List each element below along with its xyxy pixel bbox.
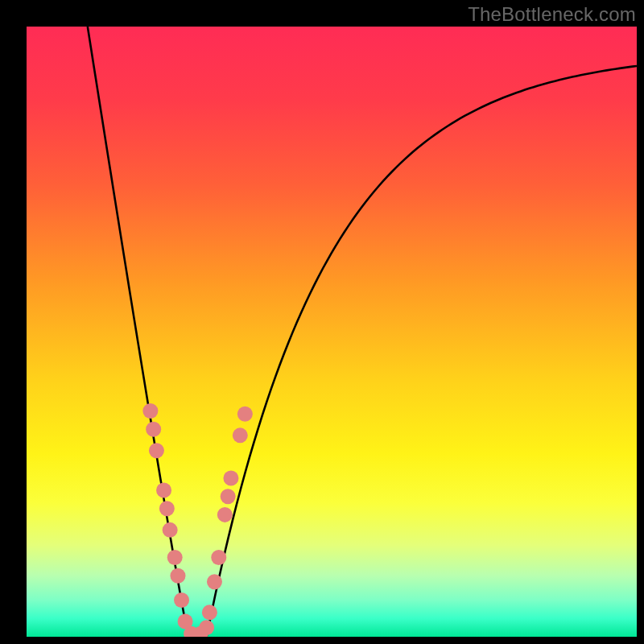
data-marker: [170, 568, 185, 584]
data-marker: [237, 407, 253, 422]
data-marker: [221, 489, 236, 504]
data-marker: [149, 443, 164, 458]
highlighted-points-group: [142, 403, 252, 637]
data-marker: [217, 507, 233, 522]
data-marker: [156, 483, 171, 498]
data-marker: [233, 427, 248, 443]
data-marker: [174, 592, 189, 608]
data-marker: [211, 550, 226, 565]
data-marker: [167, 550, 183, 565]
chart-curves: [27, 27, 637, 637]
chart-frame: TheBottleneck.com: [0, 0, 644, 644]
curve-right-arm: [207, 66, 637, 637]
data-marker: [199, 620, 214, 635]
plot-area: [27, 27, 637, 637]
data-marker: [159, 501, 175, 516]
data-marker: [142, 403, 158, 419]
attribution-label: TheBottleneck.com: [468, 3, 636, 26]
data-marker: [223, 470, 238, 485]
data-marker: [202, 605, 217, 620]
data-marker: [207, 574, 222, 589]
data-marker: [146, 422, 161, 437]
data-marker: [163, 522, 178, 538]
